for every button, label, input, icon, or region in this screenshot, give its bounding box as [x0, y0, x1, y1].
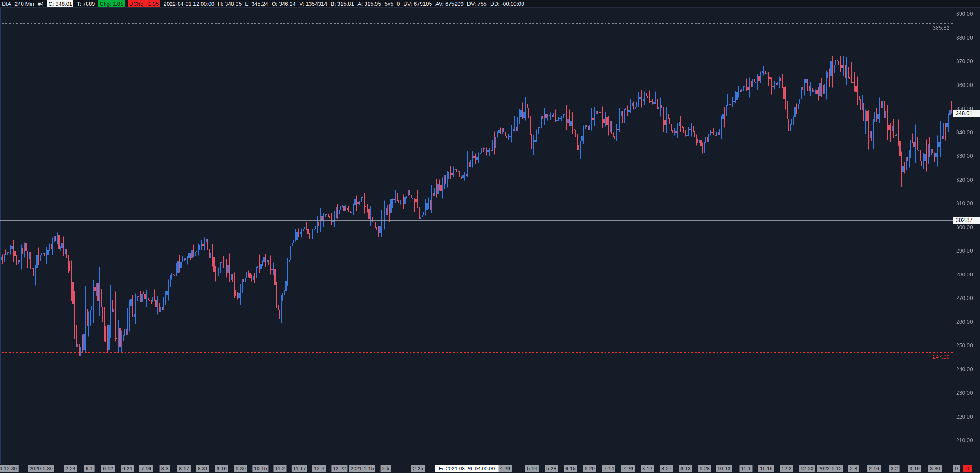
date-tick-9-13: 9-13 [679, 465, 692, 472]
date-tick-7-14: 7-14 [602, 465, 615, 472]
date-tick-7-16: 7-16 [139, 465, 153, 472]
topbar-tick-count: T: 7889 [77, 0, 95, 7]
last-price-badge: 348.01 [953, 110, 980, 117]
date-tick-2-25: 2-25 [411, 465, 425, 472]
crosshair-date-badge: Fri 2021-03-26 04:00:00 [435, 465, 498, 472]
trading-chart-window: DIA240 Min#4C: 348.01T: 7889Chg: 1.81DCh… [0, 0, 980, 473]
date-tick-9-30: 9-30 [234, 465, 247, 472]
session-high-line [0, 23, 953, 24]
symbol-info-bar: DIA240 Min#4C: 348.01T: 7889Chg: 1.81DCh… [0, 0, 980, 8]
topbar-low-value: L: 345.24 [245, 0, 268, 7]
price-tick-340.00: 340.00 [956, 129, 973, 135]
date-tick-6-29: 6-29 [121, 465, 134, 472]
date-tick-9-16: 9-16 [215, 465, 228, 472]
price-chart-area[interactable]: 385.82 247.00 [0, 7, 953, 464]
topbar-bid: B: 315.81 [330, 0, 354, 7]
topbar-ask: A: 315.95 [357, 0, 381, 7]
date-tick-6-1: 6-1 [84, 465, 95, 472]
date-tick-8-12: 8-12 [641, 465, 654, 472]
date-tick-2019-12-30: 2019-12-30 [0, 465, 18, 472]
crosshair-vertical-line [469, 7, 469, 464]
price-tick-330.00: 330.00 [956, 153, 973, 159]
topbar-open-value: O: 346.24 [272, 0, 296, 7]
date-tick-2-16: 2-16 [867, 465, 881, 472]
price-tick-370.00: 370.00 [956, 58, 973, 64]
date-tick-8-31: 8-31 [196, 465, 209, 472]
date-tick-12-4: 12-4 [312, 465, 326, 472]
date-tick-11-16: 11-16 [758, 465, 774, 472]
date-tick-7-29: 7-29 [621, 465, 635, 472]
topbar-delta-volume: DV: 755 [467, 0, 487, 7]
date-tick-5-14: 5-14 [525, 465, 539, 472]
price-tick-260.00: 260.00 [956, 319, 973, 325]
date-tick-11-2: 11-2 [273, 465, 286, 472]
candlestick-canvas[interactable] [0, 7, 953, 464]
price-tick-320.00: 320.00 [956, 177, 973, 183]
date-tick-2022-1-12: 2022-1-12 [817, 465, 843, 472]
date-tick-11-1: 11-1 [739, 465, 752, 472]
session-high-label: 385.82 [933, 25, 949, 31]
price-axis[interactable]: 348.01 302.87 390.00380.00370.00360.0035… [953, 7, 980, 464]
price-tick-390.00: 390.00 [956, 11, 973, 17]
date-tick-6-29: 6-29 [583, 465, 596, 472]
price-spike-wick [848, 23, 848, 75]
date-tick-8-3: 8-3 [160, 465, 170, 472]
price-tick-220.00: 220.00 [956, 413, 973, 420]
price-tick-250.00: 250.00 [956, 342, 973, 348]
date-tick-10-13: 10-13 [716, 465, 732, 472]
topbar-day-change: DChg: -1.95 [128, 0, 160, 7]
topbar-bid-volume: BV: 679105 [404, 0, 432, 7]
date-tick-3-2: 3-2 [889, 465, 900, 472]
date-tick-10-15: 10-15 [252, 465, 268, 472]
topbar-ask-volume: AV: 675209 [435, 0, 464, 7]
date-tick-2-24: 2-24 [64, 465, 77, 472]
price-tick-310.00: 310.00 [956, 200, 973, 206]
date-tick-8-17: 8-17 [177, 465, 191, 472]
corner-gray-badge: 0 [953, 465, 960, 472]
date-tick-4-29: 4-29 [498, 465, 512, 472]
alert-price-line [0, 352, 953, 353]
date-tick-12-20: 12-20 [799, 465, 815, 472]
alert-count-badge[interactable]: 0 [963, 465, 972, 472]
chart-left-border [0, 7, 1, 464]
price-tick-230.00: 230.00 [956, 390, 973, 396]
alert-price-label: 247.00 [933, 354, 949, 360]
price-tick-270.00: 270.00 [956, 295, 973, 301]
date-tick-3-16: 3-16 [908, 465, 921, 472]
date-tick-2-3: 2-3 [848, 465, 859, 472]
crosshair-price-badge: 302.87 [953, 217, 980, 224]
topbar-interval: 240 Min [14, 0, 34, 7]
topbar-volume: V: 1354314 [299, 0, 327, 7]
topbar-chart-number: #4 [38, 0, 44, 7]
date-tick-2020-1-30: 2020-1-30 [28, 465, 54, 472]
topbar-high-value: H: 348.35 [218, 0, 242, 7]
date-tick-2-5: 2-5 [381, 465, 391, 472]
price-tick-300.00: 300.00 [956, 224, 973, 230]
date-tick-3-30: 3-30 [928, 465, 942, 472]
date-tick-9-28: 9-28 [698, 465, 711, 472]
topbar-data-delay: DD: -00:00:00 [490, 0, 524, 7]
crosshair-horizontal-line [0, 220, 953, 221]
price-tick-210.00: 210.00 [956, 437, 973, 443]
time-axis[interactable]: Fri 2021-03-26 04:00:00 0 0 2019-12-3020… [0, 464, 980, 473]
price-tick-280.00: 280.00 [956, 271, 973, 278]
date-tick-6-15: 6-15 [564, 465, 577, 472]
date-tick-12-2: 12-2 [780, 465, 793, 472]
topbar-close-value: C: 348.01 [47, 0, 74, 7]
date-tick-11-17: 11-17 [292, 465, 307, 472]
topbar-bid-ask-size: 5x5 [384, 0, 393, 7]
price-tick-360.00: 360.00 [956, 82, 973, 88]
price-tick-380.00: 380.00 [956, 34, 973, 41]
date-tick-2021-1-15: 2021-1-15 [349, 465, 375, 472]
price-tick-240.00: 240.00 [956, 366, 973, 372]
date-tick-5-28: 5-28 [545, 465, 558, 472]
topbar-symbol: DIA [2, 0, 11, 7]
topbar-change: Chg: 1.81 [98, 0, 125, 7]
date-tick-12-22: 12-22 [331, 465, 347, 472]
date-tick-6-12: 6-12 [101, 465, 115, 472]
price-tick-290.00: 290.00 [956, 247, 973, 254]
date-tick-8-27: 8-27 [660, 465, 673, 472]
topbar-bar-datetime: 2022-04-01 12:00:00 [164, 0, 215, 7]
topbar-zero-field: 0 [397, 0, 400, 7]
